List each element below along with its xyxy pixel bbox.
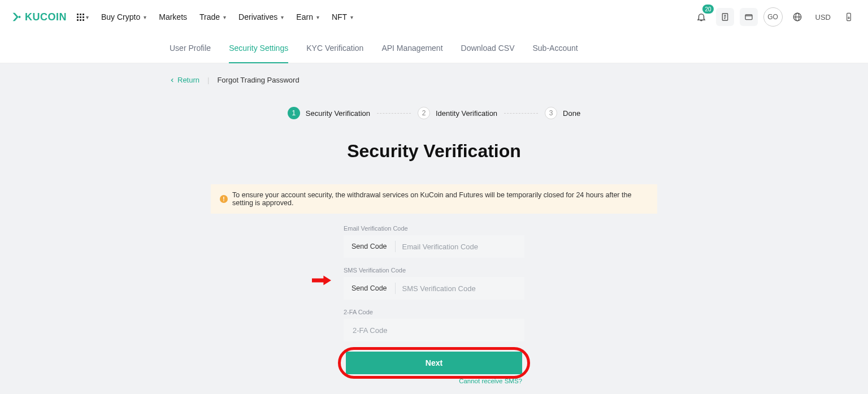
nav-label: Markets — [159, 12, 187, 21]
tab-sub-account[interactable]: Sub-Account — [532, 34, 578, 63]
app-grid-button[interactable]: ▾ — [77, 14, 89, 21]
wallet-button[interactable] — [740, 8, 758, 26]
mobile-icon — [844, 12, 853, 22]
nav-items: Buy Crypto▾ Markets Trade▾ Derivatives▾ … — [101, 12, 353, 21]
notification-badge: 20 — [702, 5, 713, 14]
next-button[interactable]: Next — [346, 352, 522, 374]
annotation-arrow-icon — [312, 275, 331, 285]
email-code-field: Email Verification Code Send Code — [344, 225, 524, 258]
warning-icon: ! — [220, 195, 228, 203]
breadcrumb-title: Forgot Trading Password — [217, 76, 299, 84]
kucoin-icon — [10, 11, 23, 23]
brand-name: KUCOIN — [25, 11, 67, 23]
field-label: SMS Verification Code — [344, 267, 524, 274]
tab-user-profile[interactable]: User Profile — [170, 34, 211, 63]
sms-code-input[interactable] — [396, 277, 524, 300]
chevron-down-icon: ▾ — [86, 14, 89, 20]
chevron-down-icon: ▾ — [350, 14, 353, 20]
download-app-button[interactable] — [840, 8, 858, 26]
field-label: Email Verification Code — [344, 225, 524, 232]
chevron-left-icon — [170, 77, 175, 83]
nav-label: Derivatives — [238, 12, 277, 21]
step-indicator: 1 Security Verification 2 Identity Verif… — [0, 107, 868, 119]
nav-buy-crypto[interactable]: Buy Crypto▾ — [101, 12, 146, 21]
content-area: User Profile Security Settings KYC Verif… — [0, 34, 868, 394]
account-button[interactable]: GO — [763, 7, 783, 27]
step-2: 2 Identity Verification — [418, 107, 497, 119]
step-connector — [504, 113, 538, 114]
tfa-code-field: 2-FA Code — [344, 309, 524, 341]
step-connector — [377, 113, 411, 114]
next-button-wrap: Next Cannot receive SMS? — [338, 352, 530, 384]
currency-selector[interactable]: USD — [812, 13, 834, 21]
step-number: 3 — [545, 107, 557, 119]
field-label: 2-FA Code — [344, 309, 524, 315]
email-code-input[interactable] — [396, 235, 524, 258]
top-nav-left: KUCOIN ▾ Buy Crypto▾ Markets Trade▾ Deri… — [10, 11, 353, 23]
sms-code-field: SMS Verification Code Send Code — [344, 267, 524, 300]
notifications-button[interactable]: 20 — [692, 8, 710, 26]
grid-icon — [77, 14, 84, 21]
nav-derivatives[interactable]: Derivatives▾ — [238, 12, 284, 21]
breadcrumb-separator: | — [207, 76, 209, 84]
step-number: 1 — [288, 107, 300, 119]
return-link[interactable]: Return — [170, 76, 199, 84]
input-group — [344, 319, 524, 341]
nav-label: Trade — [199, 12, 220, 21]
top-nav: KUCOIN ▾ Buy Crypto▾ Markets Trade▾ Deri… — [0, 0, 868, 34]
nav-label: Buy Crypto — [101, 12, 140, 21]
tab-security-settings[interactable]: Security Settings — [229, 34, 288, 63]
page-title: Security Verification — [0, 141, 868, 162]
step-label: Identity Verification — [436, 109, 497, 118]
tab-download-csv[interactable]: Download CSV — [461, 34, 515, 63]
nav-nft[interactable]: NFT▾ — [332, 12, 353, 21]
nav-label: Earn — [296, 12, 313, 21]
step-label: Security Verification — [306, 109, 370, 118]
language-button[interactable] — [788, 8, 806, 26]
step-label: Done — [563, 109, 580, 118]
nav-label: NFT — [332, 12, 347, 21]
top-nav-right: 20 GO USD — [692, 7, 858, 27]
cannot-receive-sms-link[interactable]: Cannot receive SMS? — [338, 378, 522, 384]
chevron-down-icon: ▾ — [223, 14, 226, 20]
svg-rect-5 — [745, 15, 752, 20]
wallet-icon — [744, 12, 753, 21]
tab-kyc-verification[interactable]: KYC Verification — [306, 34, 363, 63]
return-label: Return — [177, 76, 199, 84]
warning-banner: ! To ensure your account security, the w… — [211, 184, 657, 214]
tab-api-management[interactable]: API Management — [381, 34, 442, 63]
nav-earn[interactable]: Earn▾ — [296, 12, 319, 21]
orders-button[interactable] — [716, 8, 734, 26]
tfa-code-input[interactable] — [344, 319, 524, 341]
nav-trade[interactable]: Trade▾ — [199, 12, 226, 21]
chevron-down-icon: ▾ — [281, 14, 284, 20]
brand-logo[interactable]: KUCOIN — [10, 11, 67, 23]
input-group: Send Code — [344, 277, 524, 300]
step-1: 1 Security Verification — [288, 107, 370, 119]
verification-form: Email Verification Code Send Code SMS Ve… — [344, 225, 524, 341]
step-number: 2 — [418, 107, 430, 119]
warning-text: To ensure your account security, the wit… — [232, 191, 648, 207]
document-icon — [721, 12, 730, 21]
account-label: GO — [767, 13, 778, 21]
send-email-code-button[interactable]: Send Code — [344, 235, 395, 258]
bell-icon — [696, 12, 706, 22]
step-3: 3 Done — [545, 107, 580, 119]
breadcrumb: Return | Forgot Trading Password — [0, 63, 868, 84]
settings-tabs: User Profile Security Settings KYC Verif… — [0, 34, 868, 63]
nav-markets[interactable]: Markets — [159, 12, 187, 21]
chevron-down-icon: ▾ — [144, 14, 146, 20]
input-group: Send Code — [344, 235, 524, 258]
chevron-down-icon: ▾ — [316, 14, 319, 20]
svg-point-0 — [18, 16, 20, 18]
send-sms-code-button[interactable]: Send Code — [344, 277, 395, 300]
globe-icon — [792, 12, 802, 22]
